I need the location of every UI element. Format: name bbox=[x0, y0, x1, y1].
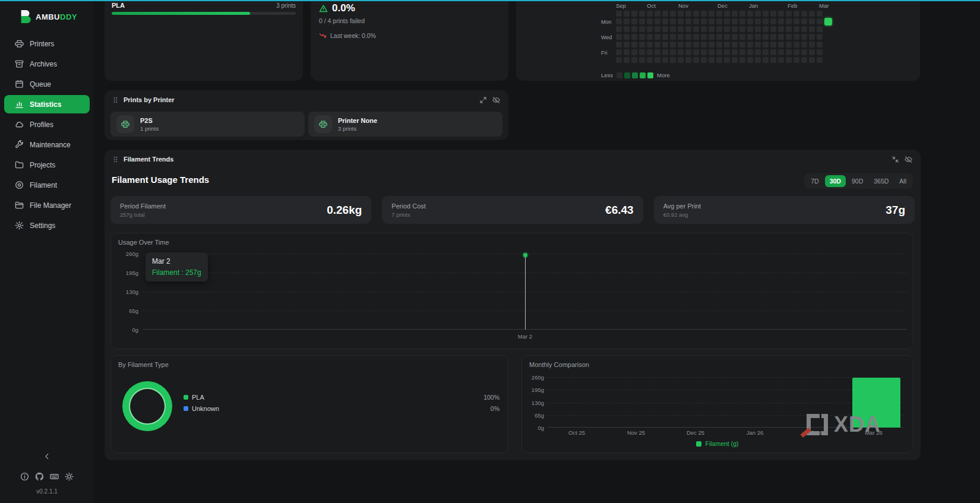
legend-swatch bbox=[617, 72, 622, 78]
xda-logo-icon bbox=[807, 414, 828, 435]
heatmap-grid[interactable] bbox=[616, 11, 835, 63]
printer-name: Printer None bbox=[338, 117, 377, 124]
data-point-marker[interactable] bbox=[523, 253, 527, 257]
sidebar-item-file-manager[interactable]: File Manager bbox=[4, 196, 90, 214]
heatmap-active-cell[interactable] bbox=[824, 18, 832, 26]
chevron-left-icon bbox=[43, 453, 51, 460]
period-cost-stat: Period Cost 7 prints €6.43 bbox=[382, 196, 643, 224]
folder-icon bbox=[15, 160, 24, 169]
range-all-button[interactable]: All bbox=[894, 175, 911, 187]
sidebar-item-projects[interactable]: Projects bbox=[4, 156, 90, 174]
filament-g-swatch bbox=[696, 441, 701, 447]
sidebar: AMBUDDY Printers Archives Queue Statisti… bbox=[0, 0, 94, 503]
printer-print-count: 1 prints bbox=[140, 125, 159, 132]
usage-over-time-panel: Usage Over Time 260g 195g 130g 65g 0g bbox=[110, 233, 913, 349]
printer-list-item[interactable]: Printer None 3 prints bbox=[308, 112, 502, 137]
chart-crosshair bbox=[525, 254, 526, 330]
sidebar-item-statistics[interactable]: Statistics bbox=[4, 95, 90, 113]
trending-down-icon bbox=[319, 31, 327, 39]
avg-per-print-stat: Avg per Print €0.92 avg 37g bbox=[654, 196, 915, 224]
keyboard-button[interactable] bbox=[50, 472, 59, 481]
range-7d-button[interactable]: 7D bbox=[806, 175, 823, 187]
widget-title: Prints by Printer bbox=[124, 96, 175, 103]
filament-type-label: PLA bbox=[112, 2, 125, 9]
sidebar-footer: v0.2.1.1 bbox=[0, 449, 94, 503]
print-activity-heatmap-card: Sep Oct Nov Dec Jan Feb Mar Mon Wed Fri bbox=[516, 0, 920, 81]
widget-title: Filament Trends bbox=[124, 156, 173, 163]
pla-swatch bbox=[184, 395, 188, 400]
sidebar-item-printers[interactable]: Printers bbox=[4, 34, 90, 53]
sidebar-item-settings[interactable]: Settings bbox=[4, 216, 90, 235]
sidebar-item-archives[interactable]: Archives bbox=[4, 55, 90, 73]
top-accent-bar bbox=[0, 0, 980, 1]
monthly-y-axis: 260g 195g 130g 65g 0g bbox=[522, 377, 544, 428]
app-logo-text: AMBUDDY bbox=[36, 12, 77, 21]
printer-avatar-icon bbox=[314, 115, 332, 133]
monthly-comparison-panel: Monthly Comparison 260g 195g 130g 65g 0g bbox=[521, 355, 913, 453]
hide-widget-button[interactable] bbox=[905, 156, 912, 163]
failure-rate-card: 0.0% 0 / 4 prints failed Last week: 0.0% bbox=[311, 0, 508, 81]
info-icon bbox=[20, 472, 29, 481]
calendar-icon bbox=[15, 80, 24, 88]
github-icon bbox=[35, 472, 44, 481]
app-logo[interactable]: AMBUDDY bbox=[0, 0, 94, 31]
app-logo-icon bbox=[18, 10, 33, 24]
printer-print-count: 3 prints bbox=[338, 125, 377, 132]
stat-cards-row: Period Filament 257g total 0.26kg Period… bbox=[110, 196, 915, 224]
collapse-widget-button[interactable] bbox=[892, 156, 899, 163]
prints-by-printer-card: Prints by Printer P2S 1 prints Printer N… bbox=[105, 90, 508, 140]
collapse-icon bbox=[892, 156, 899, 163]
period-filament-stat: Period Filament 257g total 0.26kg bbox=[110, 196, 371, 224]
xda-watermark: XDA bbox=[807, 412, 881, 437]
info-button[interactable] bbox=[20, 472, 29, 481]
theme-toggle-button[interactable] bbox=[65, 472, 74, 481]
warning-triangle-icon bbox=[319, 4, 328, 13]
legend-item: Unknown 0% bbox=[184, 405, 500, 412]
expand-icon bbox=[479, 96, 487, 104]
sidebar-item-profiles[interactable]: Profiles bbox=[4, 115, 90, 134]
keyboard-icon bbox=[50, 472, 59, 481]
hide-widget-button[interactable] bbox=[492, 96, 500, 104]
heatmap-month-labels: Sep Oct Nov Dec Jan Feb Mar bbox=[616, 2, 835, 9]
filament-trends-card: Filament Trends Filament Usage Trends 7D… bbox=[105, 150, 921, 460]
donut-legend: PLA 100% Unknown 0% bbox=[184, 394, 500, 416]
failure-last-week: Last week: 0.0% bbox=[330, 32, 376, 39]
heatmap-day-labels: Mon Wed Fri bbox=[601, 11, 616, 65]
monthly-legend: Filament (g) bbox=[522, 440, 913, 447]
legend-item: PLA 100% bbox=[184, 394, 500, 401]
usage-line-chart[interactable]: Mar 2 Filament : 257g Mar 2 bbox=[143, 254, 907, 330]
top-cards-row: PLA 3 prints 0.0% 0 / 4 prints failed La… bbox=[105, 0, 921, 81]
sidebar-footer-icons bbox=[0, 469, 94, 483]
pla-progress-bar bbox=[112, 12, 296, 15]
time-range-selector: 7D 30D 90D 365D All bbox=[804, 173, 913, 189]
failure-rate-value: 0.0% bbox=[332, 2, 355, 14]
archive-icon bbox=[15, 59, 24, 68]
sidebar-item-filament[interactable]: Filament bbox=[4, 176, 90, 194]
range-90d-button[interactable]: 90D bbox=[847, 175, 868, 187]
gear-icon bbox=[15, 221, 24, 230]
sidebar-nav: Printers Archives Queue Statistics Profi… bbox=[0, 31, 94, 236]
sun-icon bbox=[65, 472, 74, 481]
legend-swatch bbox=[624, 72, 630, 78]
spool-icon bbox=[15, 181, 24, 189]
printer-list-item[interactable]: P2S 1 prints bbox=[110, 112, 305, 137]
pla-progress-fill bbox=[112, 12, 250, 15]
bar-chart-icon bbox=[15, 100, 24, 109]
sidebar-collapse-button[interactable] bbox=[0, 449, 94, 469]
printer-icon bbox=[15, 39, 24, 48]
donut-chart[interactable] bbox=[122, 381, 172, 431]
app-version: v0.2.1.1 bbox=[0, 483, 94, 495]
github-button[interactable] bbox=[35, 472, 44, 481]
sidebar-item-queue[interactable]: Queue bbox=[4, 75, 90, 93]
usage-y-axis: 260g 195g 130g 65g 0g bbox=[116, 254, 138, 330]
sidebar-item-maintenance[interactable]: Maintenance bbox=[4, 135, 90, 154]
range-30d-button[interactable]: 30D bbox=[825, 175, 846, 187]
drag-handle-icon[interactable] bbox=[113, 96, 118, 104]
cloud-icon bbox=[15, 120, 24, 129]
unknown-swatch bbox=[184, 406, 188, 411]
heatmap-legend: Less More bbox=[601, 72, 835, 78]
expand-widget-button[interactable] bbox=[479, 96, 487, 104]
filament-print-count: 3 prints bbox=[276, 2, 296, 9]
range-365d-button[interactable]: 365D bbox=[869, 175, 893, 187]
drag-handle-icon[interactable] bbox=[113, 156, 118, 163]
